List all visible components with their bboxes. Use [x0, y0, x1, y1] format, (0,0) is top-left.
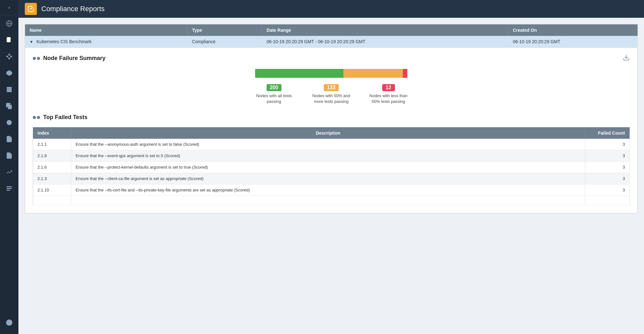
row-type: Compliance — [187, 36, 262, 48]
sidebar-item-help[interactable] — [0, 314, 18, 331]
sidebar-item-file[interactable] — [0, 131, 18, 147]
col-name: Name — [25, 24, 187, 36]
row-count: 3 — [585, 173, 630, 184]
legend-badge-yellow: 133 — [324, 84, 339, 91]
legend-label-yellow: Nodes with 50% and more tests passing — [312, 93, 350, 104]
legend-item-green: 200 Nodes with all tests passing — [255, 84, 293, 104]
legend-label-green: Nodes with all tests passing — [255, 93, 293, 104]
svg-point-4 — [7, 56, 8, 57]
legend-container: 200 Nodes with all tests passing 133 Nod… — [33, 84, 630, 104]
svg-rect-15 — [7, 89, 12, 90]
content-area: Name Type Date Range Created On ▼ Kubern… — [18, 18, 644, 334]
sidebar-item-cube[interactable] — [0, 65, 18, 81]
section-dots-2 — [33, 116, 40, 119]
download-button[interactable] — [623, 54, 630, 63]
table-row-empty — [33, 196, 630, 205]
dot-2 — [37, 57, 40, 60]
col-date-range: Date Range — [262, 24, 508, 36]
svg-rect-14 — [7, 87, 12, 89]
table-row[interactable]: ▼ Kubernetes CIS Benchmark Compliance 06… — [25, 36, 638, 48]
legend-item-yellow: 133 Nodes with 50% and more tests passin… — [312, 84, 350, 104]
row-date-range: 06-10-19 20:20:29 GMT - 06-10-19 20:20:2… — [262, 36, 508, 48]
report-list-table: Name Type Date Range Created On ▼ Kubern… — [25, 24, 638, 48]
top-failed-title: Top Failed Tests — [43, 114, 87, 121]
svg-rect-18 — [7, 186, 12, 187]
sidebar-item-check[interactable] — [0, 147, 18, 164]
sidebar-item-copies[interactable] — [0, 98, 18, 114]
row-index: 2.1.1 — [33, 139, 71, 150]
failed-col-count: Failed Count — [585, 127, 630, 139]
stacked-bar — [255, 69, 408, 78]
col-created-on: Created On — [508, 24, 638, 36]
stacked-bar-container — [33, 69, 630, 78]
failed-col-index: Index — [33, 127, 71, 139]
row-index: 2.1.3 — [33, 173, 71, 184]
table-row: 2.1.3 Ensure that the --client-ca-file a… — [33, 173, 630, 184]
dot-4 — [37, 116, 40, 119]
failed-col-description: Description — [71, 127, 585, 139]
svg-rect-16 — [7, 91, 12, 92]
row-count: 3 — [585, 139, 630, 150]
top-failed-section-header: Top Failed Tests — [33, 114, 630, 121]
row-index: 2.1.9 — [33, 150, 71, 162]
main-content: Compliance Reports Name Type Date Range … — [18, 0, 644, 334]
header-icon — [25, 3, 37, 15]
legend-item-red: 12 Nodes with less than 50% tests passin… — [369, 84, 408, 104]
row-index: 2.1.6 — [33, 162, 71, 173]
svg-rect-19 — [7, 188, 12, 189]
dot-3 — [33, 116, 36, 119]
svg-point-6 — [11, 56, 12, 57]
section-dots — [33, 57, 40, 60]
dot-1 — [33, 57, 36, 60]
row-index: 2.1.10 — [33, 184, 71, 196]
sidebar-item-layers[interactable] — [0, 81, 18, 98]
svg-line-9 — [10, 55, 11, 56]
row-count: 3 — [585, 150, 630, 162]
sidebar-item-doc[interactable] — [0, 180, 18, 197]
legend-label-red: Nodes with less than 50% tests passing — [369, 93, 408, 104]
legend-badge-green: 200 — [267, 84, 281, 91]
sidebar-toggle[interactable]: › — [0, 0, 18, 15]
bar-red — [403, 69, 407, 78]
sidebar-item-graph[interactable] — [0, 48, 18, 65]
legend-badge-red: 12 — [382, 84, 395, 91]
detail-panel: Node Failure Summary 200 Nodes with all … — [25, 48, 638, 213]
svg-point-5 — [9, 54, 10, 55]
row-description: Ensure that the --tls-cert-file and --tl… — [71, 184, 585, 196]
col-type: Type — [187, 24, 262, 36]
svg-rect-20 — [7, 190, 10, 191]
sidebar-item-trend[interactable] — [0, 164, 18, 180]
svg-point-7 — [9, 58, 10, 59]
table-row: 2.1.9 Ensure that the --event-qps argume… — [33, 150, 630, 162]
row-count: 3 — [585, 184, 630, 196]
svg-line-10 — [8, 57, 9, 58]
bar-yellow — [343, 69, 403, 78]
svg-point-22 — [9, 324, 9, 324]
svg-line-11 — [10, 57, 11, 58]
row-description: Ensure that the --event-qps argument is … — [71, 150, 585, 162]
row-description: Ensure that the --protect-kernel-default… — [71, 162, 585, 173]
page-title: Compliance Reports — [41, 5, 105, 13]
sidebar: › — [0, 0, 18, 334]
row-name: ▼ Kubernetes CIS Benchmark — [25, 36, 187, 48]
table-row: 2.1.10 Ensure that the --tls-cert-file a… — [33, 184, 630, 196]
sidebar-item-globe[interactable] — [0, 15, 18, 32]
node-failure-section-header: Node Failure Summary — [33, 54, 630, 63]
top-failed-section: Top Failed Tests Index Description Faile… — [33, 114, 630, 205]
node-failure-title: Node Failure Summary — [43, 55, 105, 62]
sidebar-item-reports[interactable] — [0, 32, 18, 48]
bar-green — [255, 69, 343, 78]
row-description: Ensure that the --anonymous-auth argumen… — [71, 139, 585, 150]
expand-arrow[interactable]: ▼ — [30, 40, 33, 44]
sidebar-item-refresh[interactable] — [0, 114, 18, 131]
table-row: 2.1.6 Ensure that the --protect-kernel-d… — [33, 162, 630, 173]
svg-line-8 — [8, 55, 9, 56]
row-description: Ensure that the --client-ca-file argumen… — [71, 173, 585, 184]
app-header: Compliance Reports — [18, 0, 644, 18]
row-created-on: 06-10-19 20:20:29 GMT — [508, 36, 638, 48]
row-count: 3 — [585, 162, 630, 173]
failed-tests-table: Index Description Failed Count 2.1.1 Ens… — [33, 127, 630, 205]
table-row: 2.1.1 Ensure that the --anonymous-auth a… — [33, 139, 630, 150]
